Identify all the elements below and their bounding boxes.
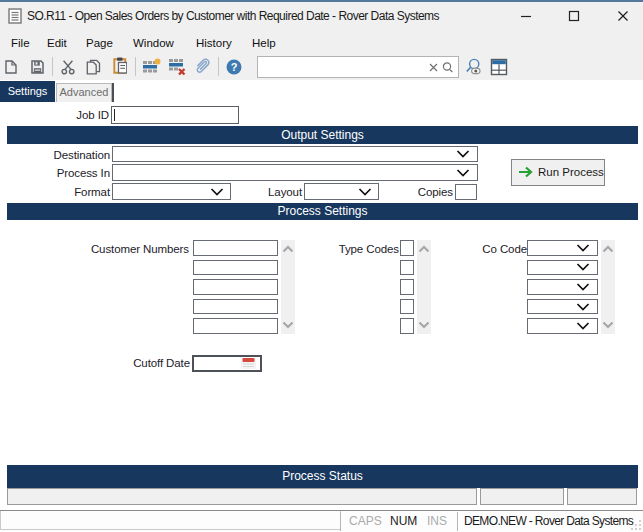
svg-text:?: ? [231, 61, 238, 73]
